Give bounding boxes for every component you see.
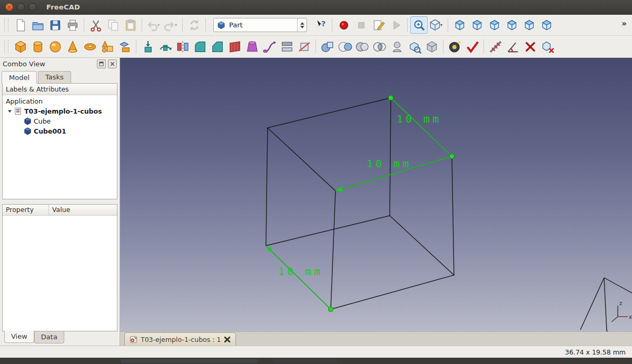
whats-this-icon[interactable] bbox=[312, 16, 329, 34]
tree-item-cube001[interactable]: Cube001 bbox=[3, 126, 117, 136]
close-panel-button[interactable] bbox=[108, 59, 117, 68]
status-bar: 36.74 x 19.58 mm bbox=[0, 346, 632, 358]
minimize-window-button[interactable] bbox=[17, 3, 25, 11]
open-document-icon[interactable] bbox=[29, 16, 46, 34]
dropdown-arrow-icon[interactable]: ▾ bbox=[440, 23, 445, 27]
toolbar-separator bbox=[142, 18, 142, 32]
toolbar-separator bbox=[443, 39, 443, 54]
view-bottom-icon[interactable] bbox=[520, 16, 538, 34]
vertex-dot bbox=[449, 154, 454, 158]
view-rear-icon[interactable] bbox=[503, 16, 520, 34]
check-geometry-icon[interactable] bbox=[406, 38, 423, 55]
dropdown-arrow-icon[interactable]: ▾ bbox=[157, 23, 162, 27]
combo-view-title: Combo View bbox=[3, 60, 95, 68]
close-tab-button[interactable] bbox=[224, 336, 231, 343]
fit-all-icon[interactable] bbox=[410, 16, 428, 34]
maximize-window-button[interactable] bbox=[28, 3, 36, 11]
workbench-selector[interactable]: Part bbox=[213, 18, 307, 32]
tree-item-application[interactable]: Application bbox=[3, 96, 117, 106]
ruled-surface-icon[interactable] bbox=[226, 38, 243, 55]
offset-icon[interactable] bbox=[278, 38, 295, 55]
tab-view[interactable]: View bbox=[4, 331, 34, 343]
revolve-icon[interactable] bbox=[156, 38, 174, 55]
tree-item-label: Cube bbox=[34, 117, 51, 125]
axonometric-view-icon[interactable]: ▾ bbox=[428, 16, 445, 34]
undo-icon[interactable]: ▾ bbox=[145, 16, 162, 34]
tab-data[interactable]: Data bbox=[34, 331, 64, 343]
join-objects-icon[interactable] bbox=[388, 38, 406, 55]
toolbar-grip[interactable] bbox=[4, 40, 8, 54]
toolbar-separator bbox=[483, 39, 484, 54]
axis-x-label: x bbox=[629, 314, 632, 320]
tree-column-header: Labels & Attributes bbox=[3, 84, 117, 95]
viewport-area: 10 mm 10 mm 10 mm z x T03-ejemp bbox=[120, 58, 632, 346]
close-icon bbox=[110, 62, 115, 66]
tree-item-cube[interactable]: Cube bbox=[3, 116, 117, 126]
print-document-icon[interactable] bbox=[64, 16, 81, 34]
view-top-icon[interactable] bbox=[468, 16, 486, 34]
view-front-icon[interactable] bbox=[451, 16, 468, 34]
loft-icon[interactable] bbox=[243, 38, 261, 55]
sweep-icon[interactable] bbox=[261, 38, 278, 55]
toolbar-grip[interactable] bbox=[4, 18, 8, 32]
redo-icon[interactable]: ▾ bbox=[162, 16, 180, 34]
freecad-document-icon bbox=[14, 107, 22, 115]
sphere-icon[interactable] bbox=[46, 38, 64, 55]
copy-icon[interactable] bbox=[104, 16, 122, 34]
save-document-icon[interactable] bbox=[46, 16, 64, 34]
combo-view-tabs: Model Tasks bbox=[0, 70, 120, 83]
validate-icon[interactable] bbox=[463, 38, 481, 55]
macro-record-icon[interactable] bbox=[335, 16, 352, 34]
toolbar-overflow-chevron[interactable]: » bbox=[619, 15, 629, 33]
tab-tasks[interactable]: Tasks bbox=[38, 71, 71, 83]
property-table-body[interactable] bbox=[3, 216, 117, 331]
box-icon[interactable] bbox=[12, 38, 29, 55]
boolean-intersection-icon[interactable] bbox=[371, 38, 388, 55]
panel-splitter[interactable] bbox=[0, 199, 120, 204]
torus-icon[interactable] bbox=[81, 38, 98, 55]
chamfer-icon[interactable] bbox=[209, 38, 226, 55]
measure-clear-icon[interactable] bbox=[521, 38, 539, 55]
vertex-dot bbox=[328, 307, 333, 311]
toolbar-separator bbox=[136, 39, 136, 54]
mirror-icon[interactable] bbox=[174, 38, 191, 55]
tree-item-document[interactable]: T03-ejemplo-1-cubos bbox=[3, 106, 117, 116]
cursor-dimensions: 36.74 x 19.58 mm bbox=[565, 348, 626, 356]
macro-edit-icon[interactable] bbox=[370, 16, 387, 34]
float-panel-button[interactable] bbox=[97, 59, 106, 68]
measure-angular-icon[interactable] bbox=[504, 38, 521, 55]
boolean-operation-icon[interactable] bbox=[319, 38, 336, 55]
property-table-header: Property Value bbox=[3, 205, 117, 216]
boolean-cut-icon[interactable] bbox=[336, 38, 353, 55]
toolbar-separator bbox=[315, 39, 316, 54]
measure-toggle-3d-icon[interactable] bbox=[539, 38, 556, 55]
dimension-label: 10 mm bbox=[397, 113, 441, 125]
cylinder-icon[interactable] bbox=[29, 38, 46, 55]
document-tab[interactable]: T03-ejemplo-1-cubos : 1 bbox=[124, 332, 236, 346]
fillet-icon[interactable] bbox=[191, 38, 209, 55]
macro-stop-icon[interactable] bbox=[352, 16, 370, 34]
cone-icon[interactable] bbox=[64, 38, 81, 55]
create-primitives-icon[interactable] bbox=[98, 38, 116, 55]
paste-icon[interactable] bbox=[122, 16, 139, 34]
dimension-label: 10 mm bbox=[367, 157, 411, 170]
appearance-icon[interactable] bbox=[446, 38, 463, 55]
measure-linear-icon[interactable] bbox=[487, 38, 504, 55]
defeaturing-icon[interactable] bbox=[423, 38, 440, 55]
cut-icon[interactable] bbox=[87, 16, 104, 34]
view-right-icon[interactable] bbox=[486, 16, 503, 34]
shape-builder-icon[interactable] bbox=[116, 38, 133, 55]
new-document-icon[interactable] bbox=[12, 16, 29, 34]
view-left-icon[interactable] bbox=[538, 16, 555, 34]
extrude-icon[interactable] bbox=[139, 38, 156, 55]
refresh-icon[interactable] bbox=[185, 16, 203, 34]
macro-execute-icon[interactable] bbox=[387, 16, 404, 34]
boolean-union-icon[interactable] bbox=[353, 38, 371, 55]
3d-view[interactable]: 10 mm 10 mm 10 mm z x bbox=[120, 58, 632, 331]
cross-sections-icon[interactable] bbox=[295, 38, 313, 55]
close-window-button[interactable] bbox=[5, 3, 13, 11]
dropdown-arrow-icon[interactable]: ▾ bbox=[175, 23, 179, 27]
expander-icon[interactable] bbox=[7, 109, 12, 114]
tab-model[interactable]: Model bbox=[2, 71, 37, 84]
workbench-spin-arrows[interactable] bbox=[297, 18, 307, 32]
